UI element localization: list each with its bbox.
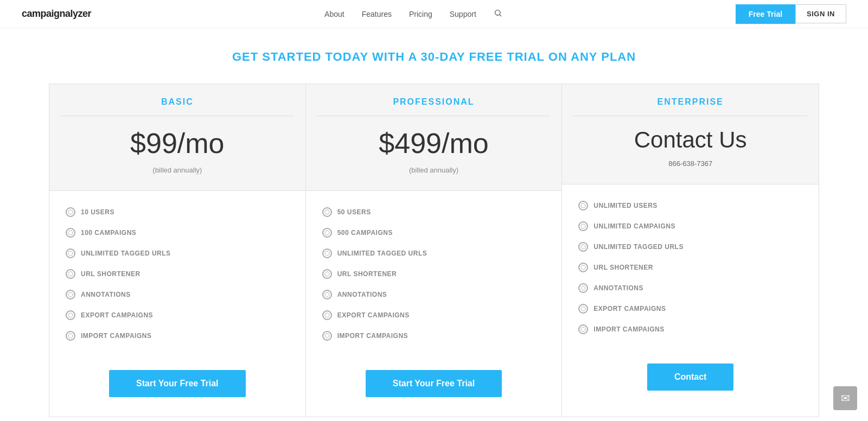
svg-point-21	[581, 307, 585, 311]
plan-price: $499/mo	[317, 127, 551, 160]
feature-check-icon	[66, 207, 75, 217]
main-content: GET STARTED TODAY WITH A 30-DAY FREE TRI…	[27, 28, 841, 421]
svg-point-2	[68, 210, 73, 214]
feature-check-icon	[578, 221, 588, 231]
header: campaignalyzer About Features Pricing Su…	[0, 0, 868, 28]
feature-label: EXPORT CAMPAIGNS	[337, 311, 410, 319]
svg-point-17	[581, 224, 585, 228]
svg-point-18	[581, 245, 585, 249]
feature-item: URL SHORTENER	[66, 264, 289, 284]
plan-features-professional: 50 USERS 500 CAMPAIGNS UNLIMITED TAGGED …	[306, 191, 562, 357]
svg-point-7	[68, 313, 73, 317]
cta-button-professional[interactable]: Start Your Free Trial	[366, 370, 502, 397]
plan-name-enterprise: ENTERPRISE	[573, 97, 808, 116]
feature-item: EXPORT CAMPAIGNS	[578, 298, 802, 319]
svg-point-4	[68, 251, 73, 256]
feature-item: UNLIMITED TAGGED URLS	[578, 237, 802, 257]
plan-col-enterprise: ENTERPRISE Contact Us 866-638-7367 UNLIM…	[562, 84, 819, 417]
feature-check-icon	[66, 228, 75, 238]
feature-check-icon	[578, 283, 588, 293]
page-headline: GET STARTED TODAY WITH A 30-DAY FREE TRI…	[49, 50, 819, 64]
nav-support[interactable]: Support	[450, 10, 476, 18]
svg-point-11	[325, 251, 329, 256]
search-icon[interactable]	[494, 9, 502, 20]
feature-label: ANNOTATIONS	[81, 291, 131, 298]
logo: campaignalyzer	[22, 8, 91, 20]
plan-name-professional: PROFESSIONAL	[317, 97, 551, 116]
plan-cta-basic: Start Your Free Trial	[49, 357, 305, 417]
feature-item: 50 USERS	[322, 202, 546, 222]
feature-check-icon	[66, 248, 75, 258]
svg-point-14	[325, 313, 329, 317]
svg-point-16	[581, 203, 585, 208]
feature-item: 500 CAMPAIGNS	[322, 222, 546, 243]
svg-point-15	[325, 334, 329, 338]
plan-billing: (billed annually)	[317, 166, 551, 174]
nav-pricing[interactable]: Pricing	[409, 10, 432, 18]
nav-features[interactable]: Features	[362, 10, 392, 18]
plan-phone: 866-638-7367	[573, 160, 808, 168]
feature-check-icon	[578, 242, 588, 252]
plan-billing: (billed annually)	[60, 166, 295, 174]
feature-item: UNLIMITED CAMPAIGNS	[578, 216, 802, 237]
feature-label: ANNOTATIONS	[593, 284, 643, 292]
feature-label: UNLIMITED CAMPAIGNS	[593, 222, 675, 230]
sign-in-button[interactable]: SIGN IN	[795, 4, 846, 23]
svg-line-1	[500, 15, 501, 16]
feature-label: URL SHORTENER	[81, 270, 141, 278]
feature-label: EXPORT CAMPAIGNS	[593, 305, 666, 312]
feature-label: 50 USERS	[337, 208, 371, 216]
feature-check-icon	[578, 263, 588, 272]
feature-item: URL SHORTENER	[578, 257, 802, 278]
svg-point-6	[68, 292, 73, 297]
svg-point-3	[68, 231, 73, 235]
svg-point-20	[581, 286, 585, 290]
chat-bubble[interactable]: ✉	[833, 386, 857, 410]
plan-cta-professional: Start Your Free Trial	[306, 357, 562, 417]
svg-point-19	[581, 265, 585, 270]
feature-check-icon	[578, 324, 588, 334]
feature-check-icon	[578, 201, 588, 210]
nav: About Features Pricing Support	[324, 9, 502, 20]
feature-check-icon	[322, 290, 332, 299]
free-trial-button[interactable]: Free Trial	[736, 4, 795, 24]
feature-item: UNLIMITED TAGGED URLS	[322, 243, 546, 264]
feature-item: ANNOTATIONS	[322, 284, 546, 305]
plan-name-basic: BASIC	[60, 97, 295, 116]
svg-point-10	[325, 231, 329, 235]
feature-check-icon	[322, 248, 332, 258]
feature-item: 100 CAMPAIGNS	[66, 222, 289, 243]
nav-about[interactable]: About	[324, 10, 344, 18]
cta-button-enterprise[interactable]: Contact	[647, 363, 734, 391]
svg-point-9	[325, 210, 329, 214]
plan-col-basic: BASIC $99/mo (billed annually) 10 USERS …	[49, 84, 306, 417]
feature-check-icon	[66, 269, 75, 279]
feature-item: UNLIMITED USERS	[578, 195, 802, 216]
feature-item: UNLIMITED TAGGED URLS	[66, 243, 289, 264]
svg-point-12	[325, 272, 329, 276]
feature-item: IMPORT CAMPAIGNS	[322, 326, 546, 346]
feature-label: IMPORT CAMPAIGNS	[593, 326, 664, 333]
feature-label: IMPORT CAMPAIGNS	[81, 332, 151, 340]
plan-cta-enterprise: Contact	[562, 350, 819, 410]
feature-check-icon	[66, 331, 75, 341]
svg-point-0	[495, 10, 500, 15]
plan-features-basic: 10 USERS 100 CAMPAIGNS UNLIMITED TAGGED …	[49, 191, 305, 357]
pricing-grid: BASIC $99/mo (billed annually) 10 USERS …	[49, 84, 819, 417]
feature-item: IMPORT CAMPAIGNS	[66, 326, 289, 346]
svg-point-5	[68, 272, 73, 276]
feature-item: 10 USERS	[66, 202, 289, 222]
feature-label: URL SHORTENER	[593, 264, 653, 271]
plan-header-enterprise: ENTERPRISE Contact Us 866-638-7367	[562, 84, 819, 184]
plan-header-basic: BASIC $99/mo (billed annually)	[49, 84, 305, 191]
plan-col-professional: PROFESSIONAL $499/mo (billed annually) 5…	[306, 84, 563, 417]
feature-label: IMPORT CAMPAIGNS	[337, 332, 408, 340]
feature-check-icon	[578, 304, 588, 314]
chat-icon: ✉	[841, 392, 850, 405]
feature-label: 500 CAMPAIGNS	[337, 229, 393, 237]
feature-check-icon	[66, 290, 75, 299]
plan-price: Contact Us	[573, 127, 808, 153]
feature-check-icon	[322, 310, 332, 320]
cta-button-basic[interactable]: Start Your Free Trial	[109, 370, 245, 397]
feature-check-icon	[322, 228, 332, 238]
